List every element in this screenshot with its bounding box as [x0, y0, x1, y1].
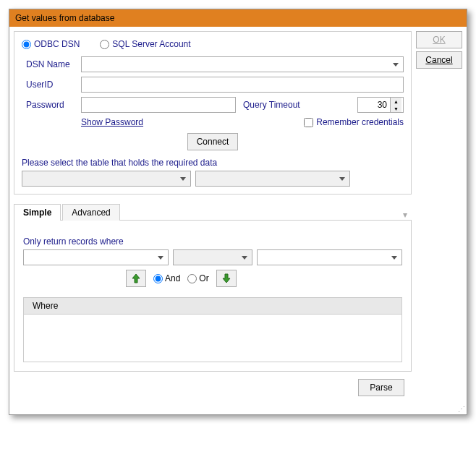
tab-strip: Simple Advanced ▾ — [14, 203, 412, 221]
dsn-name-combo[interactable] — [81, 56, 404, 72]
move-up-button[interactable] — [126, 270, 146, 287]
spinner-up-icon[interactable]: ▲ — [391, 98, 401, 105]
password-label: Password — [22, 100, 77, 110]
arrow-down-icon — [222, 273, 231, 283]
content-area: ODBC DSN SQL Server Account DSN Name Use… — [9, 27, 467, 405]
resize-grip-icon[interactable]: ⋰ — [9, 405, 467, 414]
radio-or[interactable]: Or — [187, 273, 208, 283]
remember-credentials-checkbox[interactable]: Remember credentials — [304, 117, 404, 127]
simple-tab-panel: Only return records where And Or — [14, 221, 412, 372]
connect-button[interactable]: Connect — [187, 133, 238, 150]
where-column-header: Where — [24, 298, 401, 315]
tab-simple[interactable]: Simple — [14, 204, 61, 221]
parse-button[interactable]: Parse — [358, 379, 404, 396]
cancel-button[interactable]: Cancel — [416, 51, 462, 69]
ok-button[interactable]: OK — [416, 31, 462, 48]
query-timeout-input[interactable] — [358, 98, 390, 112]
password-input[interactable] — [81, 97, 236, 113]
radio-sql-input[interactable] — [100, 40, 109, 49]
schema-combo[interactable] — [22, 171, 191, 187]
and-or-group: And Or — [153, 273, 209, 283]
radio-odbc-input[interactable] — [22, 40, 31, 49]
show-password-link[interactable]: Show Password — [81, 117, 143, 127]
filter-value-combo[interactable] — [257, 249, 402, 265]
footer-row: Parse — [14, 372, 412, 401]
where-grid[interactable]: Where — [23, 297, 402, 362]
tab-expander-icon[interactable]: ▾ — [399, 210, 412, 220]
move-down-button[interactable] — [216, 270, 237, 287]
radio-sql-server[interactable]: SQL Server Account — [100, 39, 190, 49]
connection-panel: ODBC DSN SQL Server Account DSN Name Use… — [14, 31, 412, 195]
titlebar: Get values from database — [9, 9, 467, 27]
userid-input[interactable] — [81, 77, 404, 93]
dsn-name-label: DSN Name — [22, 59, 77, 69]
remember-checkbox-input[interactable] — [304, 118, 313, 127]
filter-field-combo[interactable] — [23, 249, 169, 265]
arrow-up-icon — [132, 273, 140, 283]
query-timeout-label: Query Timeout — [243, 100, 300, 110]
radio-odbc-dsn[interactable]: ODBC DSN — [22, 39, 80, 49]
radio-and[interactable]: And — [153, 273, 180, 283]
main-column: ODBC DSN SQL Server Account DSN Name Use… — [14, 31, 412, 401]
connection-type-radios: ODBC DSN SQL Server Account — [22, 39, 404, 49]
filter-operator-combo[interactable] — [173, 249, 252, 265]
dialog-window: Get values from database ODBC DSN SQL Se… — [9, 9, 467, 415]
spinner-down-icon[interactable]: ▼ — [391, 105, 401, 112]
side-buttons: OK Cancel — [416, 31, 462, 401]
only-return-label: Only return records where — [23, 236, 402, 247]
select-table-label: Please select the table that holds the r… — [22, 158, 404, 168]
tab-advanced[interactable]: Advanced — [62, 204, 119, 221]
query-timeout-spinner[interactable]: ▲ ▼ — [357, 97, 404, 113]
table-combo[interactable] — [195, 171, 350, 187]
window-title: Get values from database — [15, 13, 114, 23]
userid-label: UserID — [22, 80, 77, 90]
